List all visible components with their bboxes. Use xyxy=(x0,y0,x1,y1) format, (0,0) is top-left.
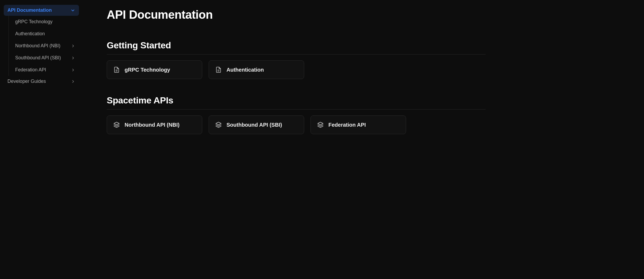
sidebar-item-federation-api[interactable]: Federation API xyxy=(9,64,79,76)
chevron-down-icon xyxy=(70,8,75,13)
sidebar-item-label: Developer Guides xyxy=(7,79,46,84)
section-spacetime-apis: Spacetime APIs Northbound API (NBI) Sout… xyxy=(107,95,486,134)
layers-icon xyxy=(317,122,324,128)
sidebar-item-label: API Documentation xyxy=(7,7,52,13)
sidebar-item-northbound-api[interactable]: Northbound API (NBI) xyxy=(9,40,79,52)
card-federation-api[interactable]: Federation API xyxy=(311,115,406,134)
section-heading: Getting Started xyxy=(107,40,486,55)
main-content: API Documentation Getting Started gRPC T… xyxy=(83,0,510,279)
layers-icon xyxy=(113,122,120,128)
svg-marker-4 xyxy=(114,122,119,125)
chevron-right-icon xyxy=(71,79,75,84)
svg-marker-5 xyxy=(216,122,221,125)
layers-icon xyxy=(215,122,222,128)
card-authentication[interactable]: Authentication xyxy=(209,60,304,79)
sidebar-item-label: Federation API xyxy=(15,67,46,73)
page-title: API Documentation xyxy=(107,8,486,21)
sidebar-children: gRPC Technology Authentication Northboun… xyxy=(9,16,79,76)
sidebar-item-authentication[interactable]: Authentication xyxy=(9,28,79,40)
chevron-right-icon xyxy=(71,56,75,60)
sidebar-item-grpc-technology[interactable]: gRPC Technology xyxy=(9,16,79,28)
document-icon xyxy=(113,67,120,73)
section-getting-started: Getting Started gRPC Technology Authenti… xyxy=(107,40,486,79)
card-grpc-technology[interactable]: gRPC Technology xyxy=(107,60,202,79)
sidebar-item-developer-guides[interactable]: Developer Guides xyxy=(4,76,79,87)
sidebar-item-label: Authentication xyxy=(15,31,45,37)
card-row: gRPC Technology Authentication xyxy=(107,60,486,79)
sidebar-item-label: Southbound API (SBI) xyxy=(15,55,61,61)
document-icon xyxy=(215,67,222,73)
card-label: Southbound API (SBI) xyxy=(226,122,282,128)
card-label: Authentication xyxy=(226,67,264,73)
sidebar-item-southbound-api[interactable]: Southbound API (SBI) xyxy=(9,52,79,64)
svg-marker-6 xyxy=(318,122,323,125)
card-northbound-api[interactable]: Northbound API (NBI) xyxy=(107,115,202,134)
chevron-right-icon xyxy=(71,44,75,48)
sidebar-item-label: Northbound API (NBI) xyxy=(15,43,60,49)
section-heading: Spacetime APIs xyxy=(107,95,486,110)
sidebar-item-label: gRPC Technology xyxy=(15,19,53,25)
sidebar: API Documentation gRPC Technology Authen… xyxy=(0,0,83,279)
card-southbound-api[interactable]: Southbound API (SBI) xyxy=(209,115,304,134)
chevron-right-icon xyxy=(71,68,75,72)
card-row: Northbound API (NBI) Southbound API (SBI… xyxy=(107,115,486,134)
card-label: Federation API xyxy=(328,122,366,128)
card-label: gRPC Technology xyxy=(125,67,170,73)
sidebar-item-api-documentation[interactable]: API Documentation xyxy=(4,5,79,16)
card-label: Northbound API (NBI) xyxy=(125,122,180,128)
